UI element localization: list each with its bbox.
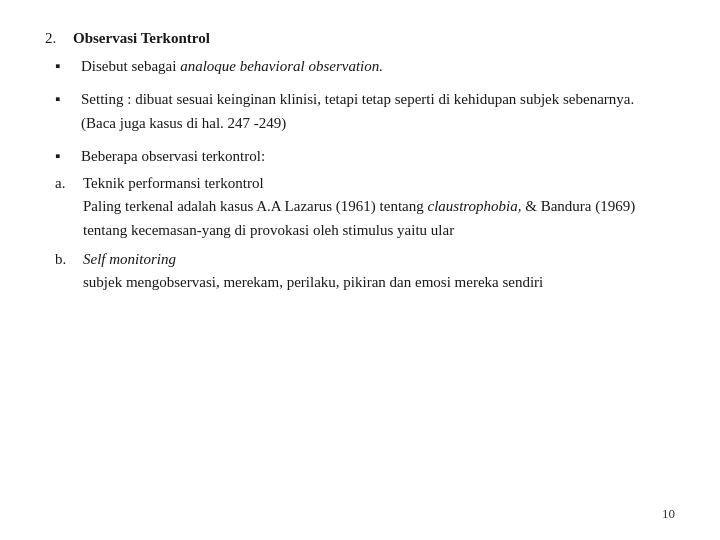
italic-self-monitoring: Self monitoring <box>83 251 176 267</box>
letter-content-b: Self monitoring subjek mengobservasi, me… <box>83 248 543 295</box>
italic-analoque: analoque behavioral observation. <box>180 58 383 74</box>
bullet-content-1: Disebut sebagai analoque behavioral obse… <box>81 55 383 78</box>
section-heading: 2. Observasi Terkontrol <box>45 30 675 47</box>
section-title: Observasi Terkontrol <box>73 30 210 47</box>
page: 2. Observasi Terkontrol ▪ Disebut sebaga… <box>0 0 720 540</box>
page-number: 10 <box>662 506 675 522</box>
section-number: 2. <box>45 30 63 47</box>
bullet-1: ▪ Disebut sebagai analoque behavioral ob… <box>45 55 675 78</box>
lettered-item-b: b. Self monitoring subjek mengobservasi,… <box>45 248 675 295</box>
italic-claustrophobia: claustrophobia, <box>427 198 521 214</box>
bullet-symbol-3: ▪ <box>55 145 73 168</box>
letter-a: a. <box>55 172 77 195</box>
bullet-3: ▪ Beberapa observasi terkontrol: <box>45 145 675 168</box>
bullet-symbol-1: ▪ <box>55 55 73 78</box>
letter-b: b. <box>55 248 77 271</box>
letter-content-a: Teknik performansi terkontrol Paling ter… <box>83 172 675 242</box>
bullet-symbol-2: ▪ <box>55 88 73 111</box>
lettered-item-a: a. Teknik performansi terkontrol Paling … <box>45 172 675 242</box>
bullet-content-2: Setting : dibuat sesuai keinginan klinis… <box>81 88 634 135</box>
bullet-content-3: Beberapa observasi terkontrol: <box>81 145 265 168</box>
bullet-2: ▪ Setting : dibuat sesuai keinginan klin… <box>45 88 675 135</box>
